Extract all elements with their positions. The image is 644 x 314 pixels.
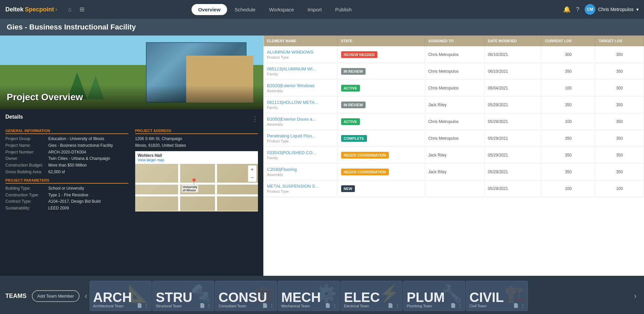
current-los-cell: 350 [541,63,595,80]
table-row[interactable]: B2020|Exterior Windows Assembly ACTIVE C… [264,80,644,97]
element-type: Family [267,156,334,160]
details-section: Details ⋮ GENERAL INFORMATION Project Gr… [0,109,263,217]
help-icon[interactable]: ? [576,6,579,13]
element-type: Product Type [267,189,334,193]
carousel-prev-button[interactable]: ‹ [83,291,90,301]
tab-import[interactable]: Import [302,5,328,14]
element-name: 081113|HOLLOW META... [267,100,334,105]
team-card-stru[interactable]: 🔩 STRU Structural Team 📄 ⋮ [152,281,214,311]
current-los-cell: 350 [541,147,595,164]
element-name-cell[interactable]: 033543|POLISHED CO... Family [264,147,337,164]
map-icon[interactable]: ⊞ [77,4,87,15]
project-name-row: Project Name: Gies - Business Instructio… [5,143,128,148]
details-right-col: PROJECT ADDRESS 1206 S 6th St, Champaign… [135,127,258,212]
element-name-cell[interactable]: Penetrating Liquid Floo... Product Type [264,130,337,147]
team-more-icon[interactable]: ⋮ [332,303,337,308]
team-more-icon[interactable]: ⋮ [207,303,211,308]
element-name-cell[interactable]: METAL SUSPENSION S... Product Type [264,180,337,197]
map-view-larger-link[interactable]: View larger map [138,158,256,162]
group-value: Education - University of Illinois [48,136,104,142]
tab-overview[interactable]: Overview [192,4,227,15]
tab-workspace[interactable]: Workspace [263,5,300,14]
address-line2: Illinois, 61820, United States [135,143,258,148]
table-row[interactable]: 081113|HOLLOW META... Family IN REVIEW J… [264,97,644,113]
map-zoom-in[interactable]: + [248,166,256,174]
table-body: ALUMINUM WINDOWS Product Type REVIEW NEE… [264,46,644,197]
state-cell: NEW [337,180,425,197]
element-type: Family [267,106,334,110]
target-los-cell: 350 [595,46,644,63]
element-name-cell[interactable]: C2030|Flooring Assembly [264,164,337,180]
element-name: B2020|Exterior Windows [267,83,334,88]
map-canvas[interactable]: Universityof Illinois 📍 + − [135,164,258,211]
element-type: Assembly [267,122,334,126]
brand-logo[interactable]: Deltek Specpoint › [5,6,57,13]
team-more-icon[interactable]: ⋮ [458,303,462,308]
team-more-icon[interactable]: ⋮ [144,303,149,308]
sustainability-row: Sustainability: LEED 2009 [5,205,128,211]
table-row[interactable]: C2030|Flooring Assembly NEEDS COORDINATI… [264,164,644,180]
team-card-mech[interactable]: ⚙️ MECH Mechanical Team 📄 ⋮ [278,281,340,311]
main-content: Project Overview Details ⋮ GENERAL INFOR… [0,36,644,276]
target-los-cell: 350 [595,113,644,130]
element-name-cell[interactable]: ALUMINUM WINDOWS Product Type [264,46,337,63]
teams-heading: TEAMS [5,293,26,300]
map-zoom-out[interactable]: − [248,174,256,182]
date-modified-cell: 06/10/2021 [484,63,541,80]
table-row[interactable]: 033543|POLISHED CO... Family NEEDS COORD… [264,147,644,164]
table-row[interactable]: ALUMINUM WINDOWS Product Type REVIEW NEE… [264,46,644,63]
user-avatar: CM [585,4,595,15]
home-icon[interactable]: ⌂ [65,4,74,15]
element-name-cell[interactable]: B2020|Exterior Windows Assembly [264,80,337,97]
current-los-cell: 350 [541,130,595,147]
team-card-civil[interactable]: 🏗️ CIVIL Civil Team 📄 ⋮ [466,281,528,311]
details-more-button[interactable]: ⋮ [252,115,258,123]
table-row[interactable]: 085113|ALUMINUM WI... Family IN REVIEW C… [264,63,644,80]
date-modified-cell: 05/29/2021 [484,164,541,180]
add-team-button[interactable]: Add Team Member [32,290,79,302]
table-row[interactable]: Penetrating Liquid Floo... Product Type … [264,130,644,147]
team-doc-icon[interactable]: 📄 [137,303,142,308]
team-doc-icon[interactable]: 📄 [450,303,456,308]
state-cell: ACTIVE [337,80,425,97]
team-doc-icon[interactable]: 📄 [262,303,268,308]
date-modified-cell: 06/04/2021 [484,80,541,97]
col-date-modified: DATE MODIFIED [484,36,541,46]
date-modified-cell: 05/29/2021 [484,97,541,113]
team-more-icon[interactable]: ⋮ [521,303,525,308]
element-name-cell[interactable]: 085113|ALUMINUM WI... Family [264,63,337,80]
team-name: Architectural Team [93,304,124,308]
teams-carousel: 📐 ARCH Architectural Team 📄 ⋮ 🔩 STRU Str… [90,281,632,311]
image-overlay: Project Overview [0,85,263,109]
address-label: PROJECT ADDRESS [135,129,258,134]
tab-publish[interactable]: Publish [329,5,358,14]
carousel-next-button[interactable]: › [632,291,639,301]
team-doc-icon[interactable]: 📄 [200,303,205,308]
team-doc-icon[interactable]: 📄 [325,303,330,308]
team-card-arch[interactable]: 📐 ARCH Architectural Team 📄 ⋮ [90,281,152,311]
owner-value: Twin Cities - Urbana & Champaign [48,156,110,162]
contract-type-row: Contract Type: A104–2017, Design Bid Bui… [5,199,128,204]
team-card-plum[interactable]: 🔧 PLUM Plumbing Team 📄 ⋮ [403,281,465,311]
team-card-consu[interactable]: 💼 CONSU Consultant Team 📄 ⋮ [215,281,277,311]
table-row[interactable]: METAL SUSPENSION S... Product Type NEW 0… [264,180,644,197]
table-row[interactable]: B2050|Exterior Doors a... Assembly ACTIV… [264,113,644,130]
team-more-icon[interactable]: ⋮ [270,303,274,308]
user-menu[interactable]: CM Chris Metropulos ▾ [585,4,639,15]
sustainability-value: LEED 2009 [48,205,69,211]
user-name: Chris Metropulos [598,7,634,12]
map-title: Wohlers Hall [138,153,256,158]
element-name-cell[interactable]: 081113|HOLLOW META... Family [264,97,337,113]
notifications-icon[interactable]: 🔔 [563,6,571,13]
team-doc-icon[interactable]: 📄 [388,303,393,308]
team-doc-icon[interactable]: 📄 [513,303,519,308]
sustainability-label: Sustainability: [5,205,46,211]
element-name-cell[interactable]: B2050|Exterior Doors a... Assembly [264,113,337,130]
team-more-icon[interactable]: ⋮ [395,303,399,308]
team-card-elec[interactable]: ⚡ ELEC Electrical Team 📄 ⋮ [340,281,402,311]
project-params-label: PROJECT PARAMETERS [5,178,128,184]
team-name: Plumbing Team [407,304,432,308]
tab-schedule[interactable]: Schedule [228,5,262,14]
current-los-cell: 300 [541,46,595,63]
map-zoom-controls: + − [248,165,257,182]
